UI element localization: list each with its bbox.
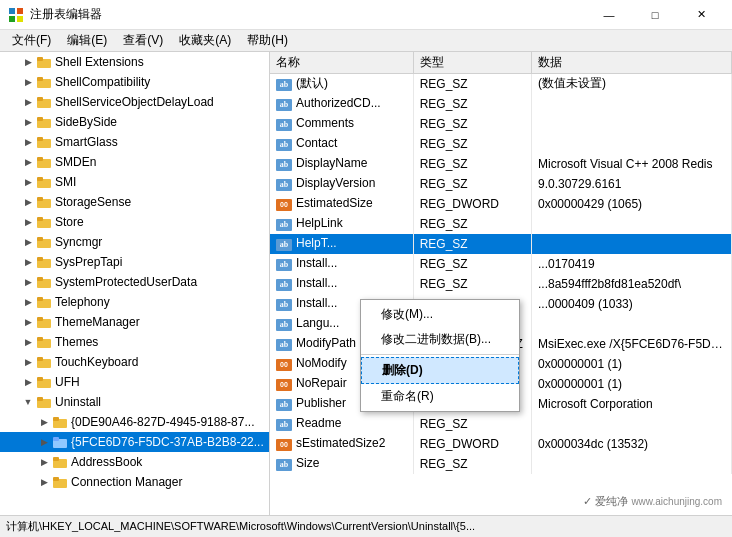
cell-data: ...8a594fff2b8fd81ea520df\ bbox=[532, 274, 732, 294]
registry-values-panel[interactable]: 名称 类型 数据 ab(默认) REG_SZ (数值未设置) abAuthori… bbox=[270, 52, 732, 515]
context-menu-item[interactable]: 修改二进制数据(B)... bbox=[361, 327, 519, 352]
tree-item-storagesense[interactable]: ▶ StorageSense bbox=[0, 192, 269, 212]
tree-item-syncmgr[interactable]: ▶ Syncmgr bbox=[0, 232, 269, 252]
table-row[interactable]: abDisplayName REG_SZ Microsoft Visual C+… bbox=[270, 154, 732, 174]
cell-type: REG_SZ bbox=[413, 254, 531, 274]
close-button[interactable]: ✕ bbox=[678, 0, 724, 30]
table-row[interactable]: abContact REG_SZ bbox=[270, 134, 732, 154]
expand-icon[interactable]: ▶ bbox=[20, 237, 36, 247]
watermark-brand: 爱纯净 bbox=[595, 495, 628, 507]
folder-icon bbox=[52, 454, 68, 470]
expand-icon[interactable]: ▶ bbox=[20, 97, 36, 107]
expand-icon[interactable]: ▶ bbox=[20, 117, 36, 127]
expand-icon[interactable]: ▶ bbox=[20, 77, 36, 87]
tree-label: Connection Manager bbox=[71, 475, 182, 489]
svg-rect-5 bbox=[37, 57, 43, 61]
table-row[interactable]: ab(默认) REG_SZ (数值未设置) bbox=[270, 74, 732, 94]
tree-item-smartglass[interactable]: ▶ SmartGlass bbox=[0, 132, 269, 152]
table-row[interactable]: abHelpT... REG_SZ bbox=[270, 234, 732, 254]
tree-item-shell-compat[interactable]: ▶ ShellCompatibility bbox=[0, 72, 269, 92]
svg-rect-29 bbox=[37, 297, 43, 301]
menu-favorites[interactable]: 收藏夹(A) bbox=[171, 31, 239, 51]
cell-name: 00EstimatedSize bbox=[270, 194, 413, 214]
cell-type: REG_DWORD bbox=[413, 434, 531, 454]
expand-icon[interactable]: ▶ bbox=[20, 157, 36, 167]
expand-icon[interactable]: ▶ bbox=[36, 437, 52, 447]
cell-name: ab(默认) bbox=[270, 74, 413, 94]
table-row[interactable]: 00sEstimatedSize2 REG_DWORD 0x000034dc (… bbox=[270, 434, 732, 454]
tree-item-telephony[interactable]: ▶ Telephony bbox=[0, 292, 269, 312]
expand-icon[interactable]: ▶ bbox=[20, 177, 36, 187]
folder-icon bbox=[36, 194, 52, 210]
tree-item-store[interactable]: ▶ Store bbox=[0, 212, 269, 232]
table-row[interactable]: 00EstimatedSize REG_DWORD 0x00000429 (10… bbox=[270, 194, 732, 214]
tree-item-shell-service[interactable]: ▶ ShellServiceObjectDelayLoad bbox=[0, 92, 269, 112]
context-menu-item[interactable]: 修改(M)... bbox=[361, 302, 519, 327]
expand-icon[interactable]: ▶ bbox=[20, 277, 36, 287]
window-controls: — □ ✕ bbox=[586, 0, 724, 30]
ab-icon: ab bbox=[276, 99, 292, 111]
tree-item-shell-extensions[interactable]: ▶ Shell Extensions bbox=[0, 52, 269, 72]
menu-file[interactable]: 文件(F) bbox=[4, 31, 59, 51]
watermark: ✓ 爱纯净 www.aichunjing.com bbox=[577, 492, 728, 511]
table-row[interactable]: abDisplayVersion REG_SZ 9.0.30729.6161 bbox=[270, 174, 732, 194]
svg-rect-41 bbox=[53, 417, 59, 421]
svg-rect-43 bbox=[53, 437, 59, 441]
expand-icon[interactable]: ▶ bbox=[20, 297, 36, 307]
tree-item-connection-manager[interactable]: ▶ Connection Manager bbox=[0, 472, 269, 492]
expand-icon[interactable]: ▶ bbox=[36, 417, 52, 427]
tree-item-smden[interactable]: ▶ SMDEn bbox=[0, 152, 269, 172]
tree-label: ShellServiceObjectDelayLoad bbox=[55, 95, 214, 109]
tree-item-uninstall[interactable]: ▼ Uninstall bbox=[0, 392, 269, 412]
cell-data: 0x000034dc (13532) bbox=[532, 434, 732, 454]
folder-icon bbox=[36, 274, 52, 290]
expand-icon[interactable]: ▶ bbox=[20, 357, 36, 367]
expand-icon[interactable]: ▶ bbox=[36, 477, 52, 487]
table-row[interactable]: abAuthorizedCD... REG_SZ bbox=[270, 94, 732, 114]
cell-type: REG_SZ bbox=[413, 274, 531, 294]
maximize-button[interactable]: □ bbox=[632, 0, 678, 30]
expand-icon[interactable]: ▶ bbox=[20, 257, 36, 267]
ab-icon: ab bbox=[276, 79, 292, 91]
tree-item-uninstall-child2[interactable]: ▶ {5FCE6D76-F5DC-37AB-B2B8-22... bbox=[0, 432, 269, 452]
expand-icon[interactable]: ▶ bbox=[20, 337, 36, 347]
expand-icon[interactable]: ▶ bbox=[20, 197, 36, 207]
expand-icon[interactable]: ▼ bbox=[20, 397, 36, 407]
tree-item-themes[interactable]: ▶ Themes bbox=[0, 332, 269, 352]
table-row[interactable]: abComments REG_SZ bbox=[270, 114, 732, 134]
tree-item-sidebyside[interactable]: ▶ SideBySide bbox=[0, 112, 269, 132]
tree-item-systemprotected[interactable]: ▶ SystemProtectedUserData bbox=[0, 272, 269, 292]
menu-view[interactable]: 查看(V) bbox=[115, 31, 171, 51]
registry-tree[interactable]: ▶ Shell Extensions▶ ShellCompatibility▶ … bbox=[0, 52, 270, 515]
folder-icon bbox=[36, 114, 52, 130]
expand-icon[interactable]: ▶ bbox=[20, 217, 36, 227]
table-row[interactable]: abInstall... REG_SZ ...0170419 bbox=[270, 254, 732, 274]
table-row[interactable]: abReadme REG_SZ bbox=[270, 414, 732, 434]
expand-icon[interactable]: ▶ bbox=[36, 457, 52, 467]
context-menu-item[interactable]: 删除(D) bbox=[361, 357, 519, 384]
expand-icon[interactable]: ▶ bbox=[20, 317, 36, 327]
tree-item-touchkeyboard[interactable]: ▶ TouchKeyboard bbox=[0, 352, 269, 372]
svg-rect-3 bbox=[17, 16, 23, 22]
table-row[interactable]: abHelpLink REG_SZ bbox=[270, 214, 732, 234]
tree-item-thememanager[interactable]: ▶ ThemeManager bbox=[0, 312, 269, 332]
table-row[interactable]: abInstall... REG_SZ ...8a594fff2b8fd81ea… bbox=[270, 274, 732, 294]
expand-icon[interactable]: ▶ bbox=[20, 57, 36, 67]
tree-item-ufh[interactable]: ▶ UFH bbox=[0, 372, 269, 392]
cell-data bbox=[532, 134, 732, 154]
table-row[interactable]: abSize REG_SZ bbox=[270, 454, 732, 474]
menu-edit[interactable]: 编辑(E) bbox=[59, 31, 115, 51]
svg-rect-19 bbox=[37, 197, 43, 201]
expand-icon[interactable]: ▶ bbox=[20, 137, 36, 147]
context-menu-item[interactable]: 重命名(R) bbox=[361, 384, 519, 409]
tree-item-addressbook[interactable]: ▶ AddressBook bbox=[0, 452, 269, 472]
folder-icon bbox=[36, 234, 52, 250]
minimize-button[interactable]: — bbox=[586, 0, 632, 30]
cell-name: abAuthorizedCD... bbox=[270, 94, 413, 114]
tree-item-syspreptapi[interactable]: ▶ SysPrepTapi bbox=[0, 252, 269, 272]
tree-item-uninstall-child1[interactable]: ▶ {0DE90A46-827D-4945-9188-87... bbox=[0, 412, 269, 432]
cell-data bbox=[532, 314, 732, 334]
menu-help[interactable]: 帮助(H) bbox=[239, 31, 296, 51]
tree-item-smi[interactable]: ▶ SMI bbox=[0, 172, 269, 192]
expand-icon[interactable]: ▶ bbox=[20, 377, 36, 387]
